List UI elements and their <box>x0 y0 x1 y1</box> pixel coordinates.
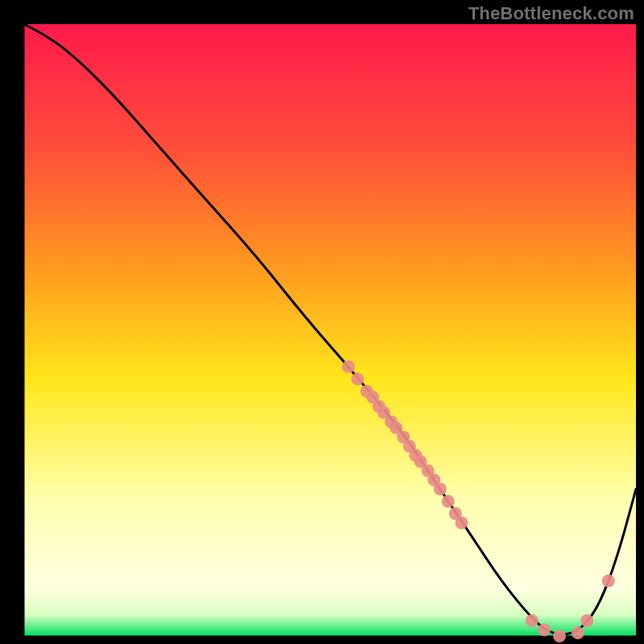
data-marker <box>342 361 355 374</box>
watermark-text: TheBottleneck.com <box>469 3 634 24</box>
bottleneck-chart <box>0 0 644 644</box>
data-marker <box>526 614 539 627</box>
data-marker <box>351 373 364 386</box>
data-marker <box>455 516 468 529</box>
data-marker <box>580 614 593 627</box>
chart-stage: TheBottleneck.com <box>0 0 644 644</box>
data-marker <box>442 495 455 508</box>
data-marker <box>602 575 615 588</box>
plot-background <box>24 24 636 636</box>
data-marker <box>538 623 551 636</box>
data-marker <box>572 626 584 639</box>
data-marker <box>434 483 447 496</box>
data-marker <box>553 630 566 642</box>
